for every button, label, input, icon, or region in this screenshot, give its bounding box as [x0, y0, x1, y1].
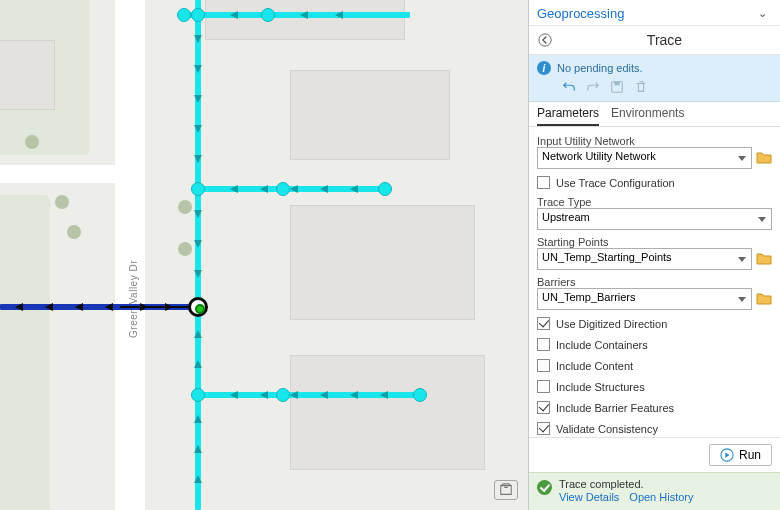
building-footprint	[290, 70, 450, 160]
tab-parameters[interactable]: Parameters	[537, 106, 599, 126]
flow-arrow-icon	[194, 35, 202, 43]
flow-arrow-icon	[230, 391, 238, 399]
discard-edits-icon[interactable]	[631, 77, 651, 97]
trace-node	[261, 8, 275, 22]
checkbox-label: Include Content	[556, 360, 633, 372]
tree-icon	[55, 195, 69, 209]
starting-points-select[interactable]: UN_Temp_Starting_Points	[537, 248, 752, 270]
flow-arrow-icon	[260, 185, 268, 193]
flow-arrow-icon	[290, 391, 298, 399]
svg-rect-2	[614, 82, 619, 86]
view-details-link[interactable]: View Details	[559, 491, 619, 503]
tab-bar: Parameters Environments	[529, 102, 780, 127]
upstream-segment	[120, 306, 198, 308]
checkbox-label: Validate Consistency	[556, 423, 658, 435]
trace-node	[413, 388, 427, 402]
param-label: Starting Points	[537, 236, 772, 248]
trace-type-select[interactable]: Upstream	[537, 208, 772, 230]
flow-arrow-icon	[194, 125, 202, 133]
road	[115, 0, 145, 510]
flow-arrow-icon	[320, 185, 328, 193]
trace-segment	[180, 12, 410, 18]
back-icon[interactable]	[535, 30, 555, 50]
building-footprint	[0, 40, 55, 110]
use-digitized-direction-checkbox[interactable]	[537, 317, 550, 330]
starting-point-node[interactable]	[188, 297, 208, 317]
flow-arrow-icon	[194, 475, 202, 483]
trace-node	[276, 182, 290, 196]
browse-folder-icon[interactable]	[756, 251, 772, 268]
success-icon	[537, 480, 552, 495]
status-bar: Trace completed. View Details Open Histo…	[529, 472, 780, 510]
play-icon	[720, 448, 734, 462]
building-footprint	[205, 0, 405, 40]
flow-arrow-icon	[194, 95, 202, 103]
flow-arrow-icon	[230, 185, 238, 193]
flow-arrow-icon	[194, 155, 202, 163]
geoprocessing-panel: Geoprocessing ⌄ Trace i No pending edits…	[528, 0, 780, 510]
flow-arrow-icon	[290, 185, 298, 193]
tool-header: Trace	[529, 26, 780, 55]
flow-arrow-icon	[45, 303, 53, 311]
street-label: Green Valley Dr	[128, 260, 139, 338]
flow-arrow-icon	[165, 303, 173, 311]
flow-arrow-icon	[194, 445, 202, 453]
flow-arrow-icon	[194, 360, 202, 368]
flow-arrow-icon	[105, 303, 113, 311]
run-button[interactable]: Run	[709, 444, 772, 466]
flow-arrow-icon	[260, 391, 268, 399]
flow-arrow-icon	[320, 391, 328, 399]
param-label: Trace Type	[537, 196, 772, 208]
trace-segment	[195, 0, 201, 510]
flow-arrow-icon	[194, 65, 202, 73]
flow-arrow-icon	[380, 391, 388, 399]
flow-arrow-icon	[75, 303, 83, 311]
include-barrier-features-checkbox[interactable]	[537, 401, 550, 414]
map-status-icon[interactable]	[494, 480, 518, 500]
tool-name: Trace	[555, 32, 774, 48]
barriers-select[interactable]: UN_Temp_Barriers	[537, 288, 752, 310]
undo-icon[interactable]	[559, 77, 579, 97]
checkbox-label: Use Digitized Direction	[556, 318, 667, 330]
flow-arrow-icon	[194, 415, 202, 423]
tab-environments[interactable]: Environments	[611, 106, 684, 126]
flow-arrow-icon	[300, 11, 308, 19]
building-footprint	[290, 355, 485, 470]
svg-point-0	[539, 34, 551, 46]
tree-icon	[178, 242, 192, 256]
pending-edits-bar: i No pending edits.	[529, 55, 780, 102]
save-edits-icon[interactable]	[607, 77, 627, 97]
browse-folder-icon[interactable]	[756, 291, 772, 308]
include-containers-checkbox[interactable]	[537, 338, 550, 351]
checkbox-label: Include Barrier Features	[556, 402, 674, 414]
flow-arrow-icon	[194, 240, 202, 248]
map-view[interactable]: Green Valley Dr	[0, 0, 528, 510]
parameters-section: Input Utility Network Network Utility Ne…	[529, 127, 780, 437]
panel-header: Geoprocessing ⌄	[529, 0, 780, 26]
road	[0, 165, 145, 183]
input-utility-network-select[interactable]: Network Utility Network	[537, 147, 752, 169]
redo-icon[interactable]	[583, 77, 603, 97]
include-content-checkbox[interactable]	[537, 359, 550, 372]
checkbox-label: Include Structures	[556, 381, 645, 393]
tree-icon	[25, 135, 39, 149]
pending-edits-text: No pending edits.	[557, 62, 643, 74]
browse-folder-icon[interactable]	[756, 150, 772, 167]
tree-icon	[67, 225, 81, 239]
trace-node	[191, 388, 205, 402]
flow-arrow-icon	[350, 391, 358, 399]
validate-consistency-checkbox[interactable]	[537, 422, 550, 435]
status-message: Trace completed.	[559, 478, 694, 490]
trace-node	[177, 8, 191, 22]
flow-arrow-icon	[194, 210, 202, 218]
param-label: Input Utility Network	[537, 135, 772, 147]
open-history-link[interactable]: Open History	[629, 491, 693, 503]
flow-arrow-icon	[15, 303, 23, 311]
trace-node	[191, 8, 205, 22]
chevron-down-icon[interactable]: ⌄	[752, 3, 772, 23]
flow-arrow-icon	[230, 11, 238, 19]
park-block	[0, 195, 50, 510]
include-structures-checkbox[interactable]	[537, 380, 550, 393]
use-trace-configuration-checkbox[interactable]	[537, 176, 550, 189]
run-bar: Run	[529, 437, 780, 472]
